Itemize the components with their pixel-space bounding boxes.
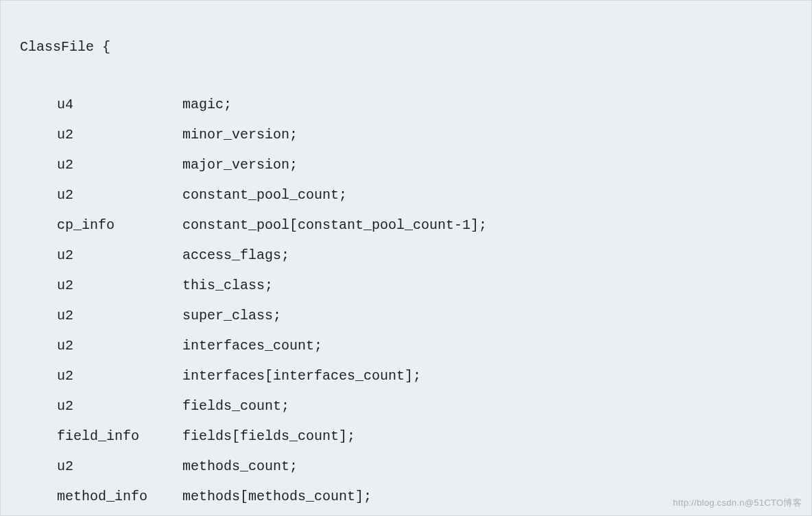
field-type: u2 [57,158,182,172]
field-type: method_info [57,490,182,504]
field-type: u2 [57,188,182,202]
field-type: u2 [57,339,182,353]
field-type: u2 [57,369,182,383]
field-name: this_class; [182,278,273,293]
field-type: u2 [57,400,182,413]
struct-header: ClassFile { [20,40,792,54]
field-line: u2constant_pool_count; [20,188,792,202]
field-name: constant_pool[constant_pool_count-1]; [182,217,487,233]
watermark-text: http://blog.csdn.n@51CTO博客 [673,498,802,507]
field-line: u2interfaces[interfaces_count]; [20,369,792,383]
code-block: ClassFile { u4magic;u2minor_version;u2ma… [20,13,792,516]
field-type: u2 [57,249,182,262]
field-name: access_flags; [182,247,289,263]
field-name: interfaces[interfaces_count]; [182,368,421,384]
field-line: u2minor_version; [20,128,792,142]
field-line: u2methods_count; [20,460,792,474]
field-line: u2major_version; [20,158,792,172]
field-name: minor_version; [182,127,298,143]
field-type: u2 [57,279,182,293]
field-line: u2super_class; [20,309,792,323]
field-type: u4 [57,98,182,112]
field-line: u4magic; [20,98,792,112]
field-name: methods_count; [182,458,298,474]
field-type: u2 [57,460,182,474]
field-line: u2interfaces_count; [20,339,792,353]
field-type: u2 [57,128,182,142]
field-line: cp_infoconstant_pool[constant_pool_count… [20,219,792,232]
field-line: u2fields_count; [20,400,792,413]
field-name: fields_count; [182,398,289,414]
field-name: super_class; [182,308,281,323]
field-name: major_version; [182,157,298,173]
field-line: u2access_flags; [20,249,792,262]
field-type: u2 [57,309,182,323]
field-name: interfaces_count; [182,338,322,354]
field-name: fields[fields_count]; [182,428,355,444]
field-type: cp_info [57,219,182,232]
field-name: constant_pool_count; [182,187,347,203]
field-name: magic; [182,97,232,112]
field-line: field_infofields[fields_count]; [20,430,792,443]
field-line: u2this_class; [20,279,792,293]
field-name: methods[methods_count]; [182,489,372,504]
field-type: field_info [57,430,182,443]
